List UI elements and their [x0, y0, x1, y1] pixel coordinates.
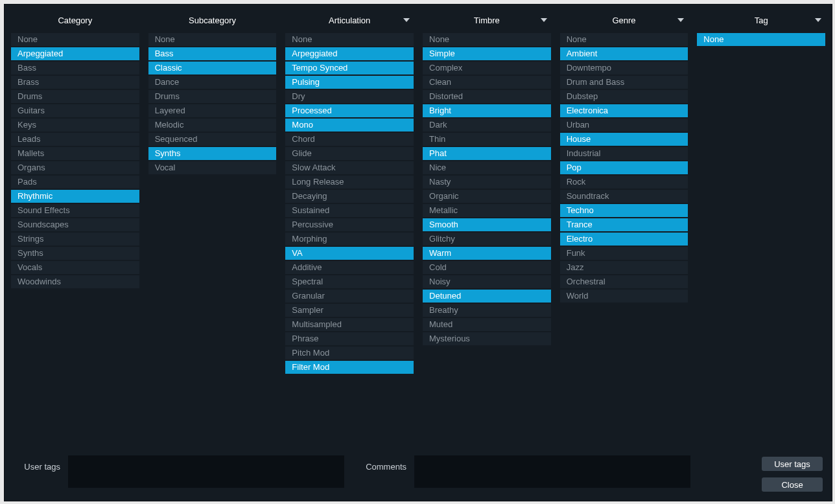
list-item[interactable]: Dubstep	[560, 90, 688, 103]
list-item[interactable]: Complex	[423, 62, 551, 74]
list-item[interactable]: None	[285, 33, 414, 46]
list-item[interactable]: None	[148, 33, 277, 46]
list-item[interactable]: Vocals	[11, 261, 139, 274]
list-item[interactable]: Tempo Synced	[285, 62, 414, 74]
list-item[interactable]: Percussive	[285, 218, 414, 231]
list-item[interactable]: Woodwinds	[11, 275, 139, 288]
list-item[interactable]: Guitars	[11, 104, 139, 117]
list-item[interactable]: Melodic	[148, 119, 277, 132]
list-item[interactable]: Pulsing	[285, 76, 414, 89]
list-item[interactable]: Nasty	[423, 176, 551, 189]
list-item[interactable]: Sampler	[285, 304, 414, 317]
list-item[interactable]: Electro	[560, 233, 688, 246]
list-item[interactable]: Drums	[148, 90, 277, 103]
close-button[interactable]: Close	[762, 477, 823, 492]
list-item[interactable]: Clean	[423, 76, 551, 89]
list-item[interactable]: None	[697, 33, 825, 46]
list-item[interactable]: Arpeggiated	[11, 47, 139, 60]
list-item[interactable]: Mysterious	[423, 332, 551, 345]
list-item[interactable]: Strings	[11, 233, 139, 246]
list-item[interactable]: Organic	[423, 190, 551, 203]
list-item[interactable]: Metallic	[423, 204, 551, 217]
list-item[interactable]: Pads	[11, 176, 139, 189]
list-item[interactable]: Dry	[285, 90, 414, 103]
list-item[interactable]: Sequenced	[148, 133, 277, 146]
list-item[interactable]: Soundtrack	[560, 190, 688, 203]
list-item[interactable]: Glide	[285, 147, 414, 160]
list-item[interactable]: Bright	[423, 104, 551, 117]
list-item[interactable]: Warm	[423, 247, 551, 260]
list-item[interactable]: None	[11, 33, 139, 46]
list-item[interactable]: Brass	[11, 76, 139, 89]
list-item[interactable]: Classic	[148, 62, 277, 74]
list-item[interactable]: Drum and Bass	[560, 76, 688, 89]
list-item[interactable]: Multisampled	[285, 318, 414, 331]
list-item[interactable]: Pop	[560, 161, 688, 174]
list-item[interactable]: Techno	[560, 204, 688, 217]
list-item[interactable]: Slow Attack	[285, 161, 414, 174]
comments-input[interactable]	[414, 455, 690, 488]
list-item[interactable]: Bass	[148, 47, 277, 60]
list-item[interactable]: Sound Effects	[11, 204, 139, 217]
list-item[interactable]: Decaying	[285, 190, 414, 203]
list-item[interactable]: World	[560, 290, 688, 303]
list-item[interactable]: Vocal	[148, 161, 277, 174]
list-item[interactable]: Processed	[285, 104, 414, 117]
list-item[interactable]: Nice	[423, 161, 551, 174]
list-item[interactable]: Soundscapes	[11, 218, 139, 231]
list-item[interactable]: Jazz	[560, 261, 688, 274]
list-item[interactable]: Dance	[148, 76, 277, 89]
list-item[interactable]: Additive	[285, 261, 414, 274]
list-item[interactable]: Urban	[560, 119, 688, 132]
list-item[interactable]: Rock	[560, 176, 688, 189]
list-item[interactable]: Organs	[11, 161, 139, 174]
column-header[interactable]: Tag	[697, 11, 825, 29]
list-item[interactable]: Drums	[11, 90, 139, 103]
list-item[interactable]: Bass	[11, 62, 139, 74]
list-item[interactable]: Filter Mod	[285, 361, 414, 374]
list-item[interactable]: Glitchy	[423, 233, 551, 246]
list-item[interactable]: Arpeggiated	[285, 47, 414, 60]
list-item[interactable]: Pitch Mod	[285, 347, 414, 360]
list-item[interactable]: Detuned	[423, 290, 551, 303]
list-item[interactable]: VA	[285, 247, 414, 260]
column-header[interactable]: Timbre	[423, 11, 551, 29]
list-item[interactable]: Synths	[148, 147, 277, 160]
list-item[interactable]: Downtempo	[560, 62, 688, 74]
column-header[interactable]: Articulation	[285, 11, 414, 29]
list-item[interactable]: Leads	[11, 133, 139, 146]
list-item[interactable]: None	[560, 33, 688, 46]
list-item[interactable]: Distorted	[423, 90, 551, 103]
list-item[interactable]: Sustained	[285, 204, 414, 217]
list-item[interactable]: Long Release	[285, 176, 414, 189]
list-item[interactable]: Chord	[285, 133, 414, 146]
list-item[interactable]: Morphing	[285, 233, 414, 246]
list-item[interactable]: Trance	[560, 218, 688, 231]
list-item[interactable]: Mono	[285, 119, 414, 132]
list-item[interactable]: Smooth	[423, 218, 551, 231]
list-item[interactable]: Breathy	[423, 304, 551, 317]
list-item[interactable]: Noisy	[423, 275, 551, 288]
list-item[interactable]: Synths	[11, 247, 139, 260]
list-item[interactable]: Phat	[423, 147, 551, 160]
list-item[interactable]: Industrial	[560, 147, 688, 160]
list-item[interactable]: Simple	[423, 47, 551, 60]
list-item[interactable]: Cold	[423, 261, 551, 274]
list-item[interactable]: Spectral	[285, 275, 414, 288]
list-item[interactable]: Funk	[560, 247, 688, 260]
list-item[interactable]: Muted	[423, 318, 551, 331]
list-item[interactable]: Thin	[423, 133, 551, 146]
list-item[interactable]: Dark	[423, 119, 551, 132]
list-item[interactable]: Layered	[148, 104, 277, 117]
list-item[interactable]: House	[560, 133, 688, 146]
list-item[interactable]: Phrase	[285, 332, 414, 345]
list-item[interactable]: Granular	[285, 290, 414, 303]
list-item[interactable]: Orchestral	[560, 275, 688, 288]
list-item[interactable]: Keys	[11, 119, 139, 132]
column-header[interactable]: Genre	[560, 11, 688, 29]
list-item[interactable]: Rhythmic	[11, 190, 139, 203]
list-item[interactable]: Ambient	[560, 47, 688, 60]
user-tags-button[interactable]: User tags	[762, 457, 823, 471]
user-tags-input[interactable]	[68, 455, 344, 488]
list-item[interactable]: Mallets	[11, 147, 139, 160]
